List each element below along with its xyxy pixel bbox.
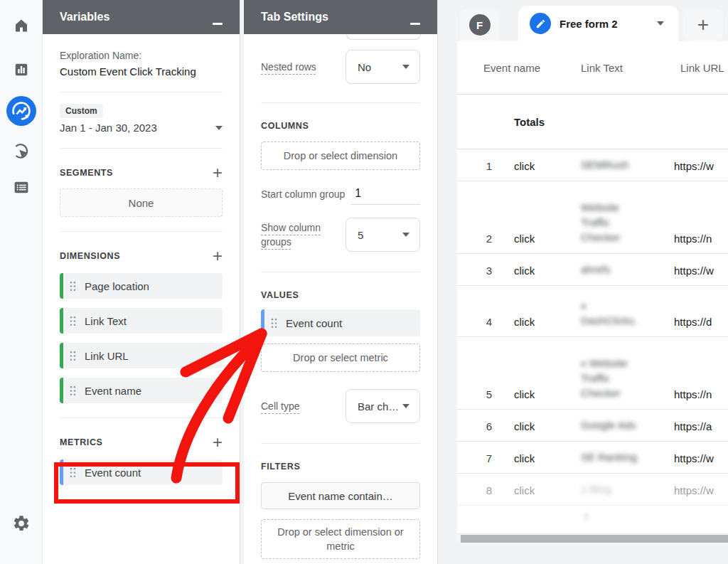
variables-panel: Variables Exploration Name: Custom Event… [43,0,240,564]
values-dropzone[interactable]: Drop or select metric [261,344,420,372]
collapsed-tab-avatar: F [469,14,491,36]
cell-type-value: Bar ch… [358,400,399,413]
home-icon[interactable] [13,17,30,37]
scrollbar-thumb[interactable] [461,535,728,543]
chevron-down-icon [215,126,223,130]
table-totals-row: Totals [457,95,728,149]
active-tab-label: Free form 2 [560,18,648,30]
link-text-cell-blurred: x DashClicks. [581,298,674,328]
dimension-chip-label: Page location [85,280,149,292]
table-row[interactable]: 6 click Google Ads https://a [457,410,728,442]
values-heading: VALUES [261,290,299,300]
table-row[interactable]: 4 click x DashClicks. https://d [457,286,728,337]
drag-handle-icon [70,467,76,478]
column-header-link-url[interactable]: Link URL [680,62,724,74]
start-column-group-input[interactable]: 1 [350,187,420,205]
table-header-row: Event name Link Text Link URL [457,41,728,95]
link-url-cell: https://d [674,316,728,328]
totals-label: Totals [514,116,545,128]
columns-heading: COLUMNS [261,121,309,131]
event-name-cell: click [514,265,581,277]
partial-table-row: 5 [457,506,728,528]
collapsed-tab[interactable]: F [460,9,499,41]
chevron-down-icon [402,233,410,237]
add-tab-button[interactable]: + [683,9,723,41]
add-metric-button[interactable]: + [213,437,223,448]
left-navigation [0,0,43,564]
drag-handle-icon [70,385,76,396]
table-row[interactable]: 3 click ahrefs https://w [457,254,728,286]
column-header-event-name[interactable]: Event name [483,62,540,74]
metric-chip-label: Event count [85,467,141,479]
nested-rows-select[interactable]: No [346,50,420,84]
link-url-cell: https://w [674,265,728,277]
table-row[interactable]: 7 click SE Ranking https://w [457,442,728,474]
tab-settings-panel: Tab Settings Nested rows No COLUMNS Drop… [244,0,438,564]
horizontal-scrollbar[interactable] [457,533,728,543]
settings-gear-icon[interactable] [12,514,31,536]
add-segment-button[interactable]: + [213,167,223,179]
date-range-selector[interactable]: Custom Jan 1 - Jan 30, 2023 [60,92,223,148]
table-body: 1 click SEMRush https://w 2 click Websit… [457,149,728,506]
link-url-cell: https://n [674,388,728,400]
drag-handle-icon [70,316,76,326]
cell-type-select[interactable]: Bar ch… [346,389,420,423]
metric-chip[interactable]: Event count [60,459,223,485]
exploration-name-value[interactable]: Custom Event Click Tracking [60,65,223,78]
row-number: 5 [457,388,514,400]
advertising-icon[interactable] [11,142,31,164]
table-row[interactable]: 1 click SEMRush https://w [457,149,728,181]
link-url-cell: https://w [674,160,728,172]
metrics-heading: METRICS [60,437,102,447]
freeform-table-card: Event name Link Text Link URL Totals 1 c… [457,41,728,543]
values-metric-chip[interactable]: Event count [261,309,420,336]
variables-panel-header: Variables [43,0,240,34]
add-dimension-button[interactable]: + [213,250,223,262]
reports-icon[interactable] [14,62,29,80]
table-row[interactable]: 8 click 1 Blog https://w [457,474,728,506]
filter-chip[interactable]: Event name contain… [261,482,420,509]
show-column-groups-select[interactable]: 5 [346,218,420,252]
event-name-cell: click [514,160,581,172]
link-text-cell-blurred: Google Ads [581,417,674,432]
table-row[interactable]: 5 click x Website Traffic Checker https:… [457,337,728,410]
row-number: 6 [457,420,514,432]
row-number: 8 [457,484,514,496]
show-column-groups-value: 5 [358,229,363,241]
link-text-cell-blurred: SEMRush [581,157,674,172]
link-text-cell-blurred: Website Traffic Checker [581,200,674,245]
minimize-variables-icon[interactable] [213,23,223,25]
column-header-link-text[interactable]: Link Text [581,62,623,74]
exploration-name-label: Exploration Name: [60,50,223,61]
filters-dropzone[interactable]: Drop or select dimension or metric [261,519,420,559]
dimension-chip[interactable]: Event name [60,378,223,403]
dimension-chip[interactable]: Link URL [60,343,223,368]
explore-icon[interactable] [6,95,37,129]
link-text-cell-blurred: SE Ranking [581,449,674,464]
dimension-chip[interactable]: Link Text [60,308,223,334]
show-column-groups-label: Show column groups [261,220,326,249]
event-name-cell: click [514,452,581,464]
columns-dropzone[interactable]: Drop or select dimension [261,142,420,170]
date-range-badge: Custom [60,104,103,118]
link-url-cell: https://a [674,420,728,432]
drag-handle-icon [70,351,76,361]
chevron-down-icon [402,65,410,69]
chevron-down-icon [402,404,410,408]
cell-type-label: Cell type [261,400,299,412]
event-name-cell: click [514,388,581,400]
edit-pencil-icon [530,13,551,34]
active-tab-free-form-2[interactable]: Free form 2 [518,6,678,41]
dimension-chip[interactable]: Page location [60,273,223,299]
row-number: 4 [457,316,514,328]
chevron-down-icon [657,21,664,26]
library-icon[interactable] [12,179,30,199]
minimize-tab-settings-icon[interactable] [410,23,420,25]
variables-panel-title: Variables [60,11,109,23]
tab-settings-title: Tab Settings [261,11,328,23]
tab-strip: F Free form 2 + [459,6,728,41]
dimension-chip-label: Link URL [85,350,129,362]
segments-empty-dropzone[interactable]: None [60,188,223,217]
table-row[interactable]: 2 click Website Traffic Checker https://… [457,181,728,254]
row-number: 2 [457,233,514,245]
